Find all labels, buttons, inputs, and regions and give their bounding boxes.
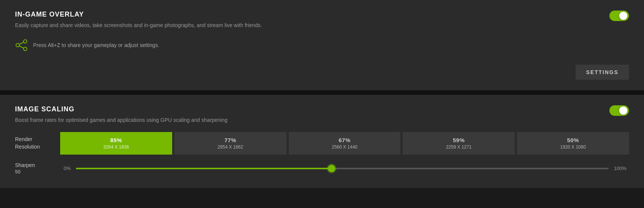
scaling-description: Boost frame rates for optimised games an… [15,117,227,123]
res-option-67[interactable]: 67% 2560 X 1440 [289,132,401,155]
overlay-title: IN-GAME OVERLAY [15,11,262,18]
sharpen-slider-col: 0% 100% [60,165,629,172]
overlay-toggle[interactable] [609,11,629,21]
svg-point-2 [24,47,27,51]
res-percent-59: 59% [453,137,465,143]
section-divider [0,90,644,95]
alt-z-text: Press Alt+Z to share your gameplay or ad… [33,42,159,48]
render-resolution-label: RenderResolution [15,136,60,150]
render-resolution-row: RenderResolution 85% 3264 X 1836 77% 295… [15,132,629,155]
res-dim-85: 3264 X 1836 [103,144,129,150]
svg-line-4 [19,46,24,48]
sharpen-slider[interactable] [76,165,609,172]
res-option-59[interactable]: 59% 2259 X 1271 [403,132,515,155]
slider-track-fill [76,168,332,169]
res-percent-85: 85% [110,137,122,143]
share-icon [15,39,28,52]
settings-button[interactable]: SETTINGS [576,65,629,80]
slider-min-label: 0% [60,165,71,171]
sharpen-value: 50 [15,169,60,175]
scaling-header: IMAGE SCALING Boost frame rates for opti… [15,105,629,123]
scaling-title: IMAGE SCALING [15,105,227,113]
svg-point-0 [24,40,27,43]
sharpen-label-col: Sharpen 50 [15,162,60,175]
sharpen-row: Sharpen 50 0% 100% [15,162,629,175]
settings-button-container: SETTINGS [576,65,629,80]
res-dim-77: 2954 X 1662 [218,144,243,150]
scaling-toggle-thumb [619,106,627,115]
resolution-options: 85% 3264 X 1836 77% 2954 X 1662 67% 2560… [60,132,629,155]
res-percent-50: 50% [567,137,579,143]
slider-max-label: 100% [614,165,629,171]
svg-line-3 [19,42,24,44]
overlay-header: IN-GAME OVERLAY Easily capture and share… [15,11,629,28]
scaling-toggle[interactable] [609,105,629,116]
toggle-thumb [619,12,627,20]
sharpen-label: Sharpen [15,162,60,168]
res-option-77[interactable]: 77% 2954 X 1662 [174,132,286,155]
res-dim-59: 2259 X 1271 [446,144,471,150]
overlay-section: IN-GAME OVERLAY Easily capture and share… [0,0,644,90]
res-option-50[interactable]: 50% 1920 X 1080 [517,132,629,155]
alt-z-row: Press Alt+Z to share your gameplay or ad… [15,39,629,52]
image-scaling-section: IMAGE SCALING Boost frame rates for opti… [0,95,644,188]
res-percent-77: 77% [224,137,236,143]
res-dim-50: 1920 X 1080 [560,144,586,150]
overlay-description: Easily capture and share videos, take sc… [15,22,262,28]
res-percent-67: 67% [339,137,351,143]
res-option-85[interactable]: 85% 3264 X 1836 [60,132,172,155]
svg-point-1 [16,44,20,47]
overlay-title-group: IN-GAME OVERLAY Easily capture and share… [15,11,262,28]
scaling-title-group: IMAGE SCALING Boost frame rates for opti… [15,105,227,123]
slider-thumb[interactable] [328,165,335,172]
res-dim-67: 2560 X 1440 [332,144,357,150]
